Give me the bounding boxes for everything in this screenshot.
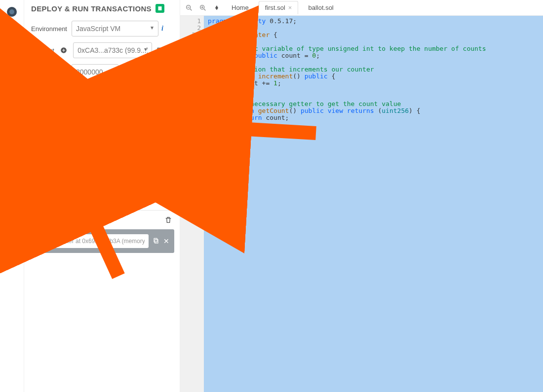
icon-rail: ✓ ✓ xyxy=(0,0,24,392)
deploy-run-icon[interactable] xyxy=(6,68,18,80)
account-add-icon[interactable] xyxy=(59,46,68,55)
tab-bar: Home first.sol × ballot.sol xyxy=(180,0,543,16)
svg-rect-9 xyxy=(157,48,160,52)
deploy-button[interactable]: Deploy xyxy=(31,137,71,152)
value-label: Value xyxy=(31,90,69,98)
code-content[interactable]: pragma solidity 0.5.17;contract Counter … xyxy=(204,16,543,392)
edit-account-icon[interactable] xyxy=(167,46,176,55)
copy-account-icon[interactable] xyxy=(155,46,164,55)
transactions-recorded-label: Transactions recorded: xyxy=(31,197,108,205)
file-explorer-icon[interactable] xyxy=(6,27,18,38)
chevron-down-icon: ⌄ xyxy=(170,197,176,205)
remix-logo-icon[interactable] xyxy=(6,6,18,18)
copy-deployed-icon[interactable] xyxy=(153,237,159,246)
debugger-bug-icon[interactable] xyxy=(6,109,18,121)
tab-first-sol[interactable]: first.sol × xyxy=(259,1,299,14)
plugin-ok-badge: ✓ xyxy=(13,158,20,165)
tests-icon[interactable] xyxy=(6,130,18,142)
svg-rect-6 xyxy=(158,6,161,10)
plug-icon[interactable] xyxy=(6,192,18,204)
at-address-button[interactable]: At Address xyxy=(31,167,78,183)
analysis-ok-badge: ✓ xyxy=(13,96,20,103)
svg-point-1 xyxy=(9,9,14,14)
deployed-contract-name[interactable] xyxy=(49,234,149,248)
panel-docs-badge-icon[interactable] xyxy=(155,4,164,13)
deploy-run-panel: DEPLOY & RUN TRANSACTIONS Environment Ja… xyxy=(24,0,180,392)
plugin-settings-icon[interactable]: ✓ xyxy=(6,151,18,163)
eth-logo-icon xyxy=(212,3,222,13)
at-address-input[interactable] xyxy=(78,167,171,183)
line-gutter: 12345678910111213141516 xyxy=(180,16,204,392)
svg-point-4 xyxy=(11,156,12,157)
transactions-count-badge: 1 xyxy=(112,198,121,205)
tab-ballot-sol[interactable]: ballot.sol xyxy=(302,1,339,14)
value-input[interactable] xyxy=(72,86,118,102)
svg-rect-11 xyxy=(154,238,157,242)
contract-select[interactable]: Counter - browser/first.sol xyxy=(31,113,168,131)
analysis-icon[interactable]: ✓ xyxy=(6,89,18,101)
expand-contract-icon[interactable]: ▸ xyxy=(36,237,45,246)
contract-info-icon[interactable]: i xyxy=(172,118,174,126)
zoom-out-icon[interactable] xyxy=(184,3,194,13)
gas-limit-label: Gas limit xyxy=(31,69,69,76)
environment-label: Environment xyxy=(31,25,69,33)
or-label: or xyxy=(31,156,176,163)
zoom-in-icon[interactable] xyxy=(198,3,208,13)
close-tab-icon[interactable]: × xyxy=(288,4,292,11)
trash-icon[interactable] xyxy=(164,215,173,224)
environment-select[interactable]: JavaScript VM xyxy=(72,21,158,36)
tab-home[interactable]: Home xyxy=(226,1,255,14)
account-select[interactable]: 0xCA3...a733c (99.9...) xyxy=(73,42,152,58)
value-unit-select[interactable]: wei xyxy=(121,86,153,102)
close-deployed-icon[interactable]: ✕ xyxy=(163,237,169,245)
compiler-icon[interactable] xyxy=(6,47,18,59)
gas-limit-input[interactable] xyxy=(72,64,118,80)
transactions-recorded-header[interactable]: Transactions recorded: 1 ⌄ xyxy=(31,192,176,211)
svg-point-5 xyxy=(10,177,14,180)
deployed-contracts-label: Deployed Contracts xyxy=(31,216,96,224)
environment-info-icon[interactable]: i xyxy=(161,25,163,33)
deployed-contract-item: ▸ ✕ xyxy=(31,229,174,253)
svg-point-2 xyxy=(10,113,14,117)
editor-area: Home first.sol × ballot.sol 123456789101… xyxy=(180,0,543,392)
svg-rect-10 xyxy=(155,239,158,243)
editor-body: 12345678910111213141516 pragma solidity … xyxy=(180,16,543,392)
svg-rect-8 xyxy=(158,49,161,53)
panel-title: DEPLOY & RUN TRANSACTIONS xyxy=(31,4,152,13)
spider-icon[interactable] xyxy=(6,172,18,183)
